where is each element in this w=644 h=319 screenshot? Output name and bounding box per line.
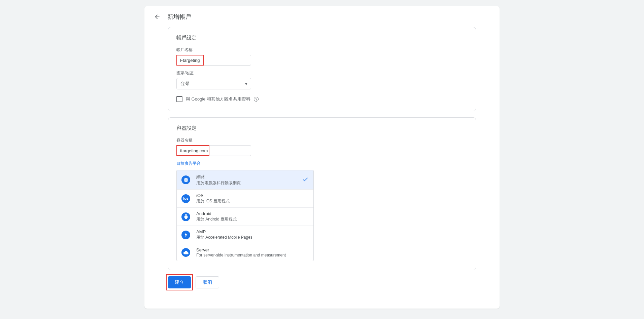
highlight-create-button: 建立 (168, 276, 191, 288)
account-name-label: 帳戶名稱 (176, 47, 468, 53)
platform-desc: 用於 Accelerated Mobile Pages (196, 235, 309, 240)
amp-icon (181, 231, 190, 239)
platform-item-ios[interactable]: iOS iOS 用於 iOS 應用程式 (177, 189, 313, 207)
platform-item-web[interactable]: 網路 用於電腦版和行動版網頁 (177, 170, 313, 189)
platform-name: 網路 (196, 174, 302, 180)
platform-item-android[interactable]: Android 用於 Android 應用程式 (177, 207, 313, 226)
ios-icon: iOS (181, 194, 190, 203)
check-icon (302, 176, 309, 184)
share-data-checkbox[interactable] (176, 96, 182, 102)
platform-list: 網路 用於電腦版和行動版網頁 iOS iOS 用於 iOS 應用程式 (176, 170, 314, 261)
country-value: 台灣 (180, 81, 189, 87)
create-button[interactable]: 建立 (168, 276, 191, 288)
platform-name: AMP (196, 229, 309, 234)
cancel-button[interactable]: 取消 (196, 276, 219, 288)
cloud-icon (181, 248, 190, 257)
container-name-input[interactable] (176, 145, 251, 156)
account-name-input[interactable] (176, 55, 251, 66)
platform-item-server[interactable]: Server For server-side instrumentation a… (177, 244, 313, 261)
platform-desc: 用於電腦版和行動版網頁 (196, 180, 302, 186)
account-settings-card: 帳戶設定 帳戶名稱 國家/地區 台灣 ▾ 與 Google 和其他方匿名共用資料… (168, 27, 476, 111)
globe-icon (181, 175, 190, 184)
country-label: 國家/地區 (176, 70, 468, 76)
share-data-label: 與 Google 和其他方匿名共用資料 (186, 96, 250, 102)
android-icon (181, 212, 190, 221)
platform-name: iOS (196, 193, 309, 198)
account-section-title: 帳戶設定 (176, 35, 468, 41)
container-settings-card: 容器設定 容器名稱 目標廣告平台 網路 用於電腦版和行動版網頁 (168, 117, 476, 270)
page-title: 新增帳戶 (167, 13, 192, 21)
platform-desc: For server-side instrumentation and meas… (196, 253, 309, 257)
help-icon[interactable]: ? (254, 97, 259, 102)
platform-desc: 用於 iOS 應用程式 (196, 198, 309, 204)
country-select[interactable]: 台灣 ▾ (176, 78, 251, 89)
platform-desc: 用於 Android 應用程式 (196, 216, 309, 222)
container-name-label: 容器名稱 (176, 137, 468, 143)
platform-name: Server (196, 247, 309, 252)
container-section-title: 容器設定 (176, 125, 468, 131)
chevron-down-icon: ▾ (245, 81, 247, 86)
platform-label[interactable]: 目標廣告平台 (176, 161, 468, 166)
back-arrow-icon[interactable] (153, 13, 161, 21)
platform-name: Android (196, 211, 309, 216)
platform-item-amp[interactable]: AMP 用於 Accelerated Mobile Pages (177, 226, 313, 244)
